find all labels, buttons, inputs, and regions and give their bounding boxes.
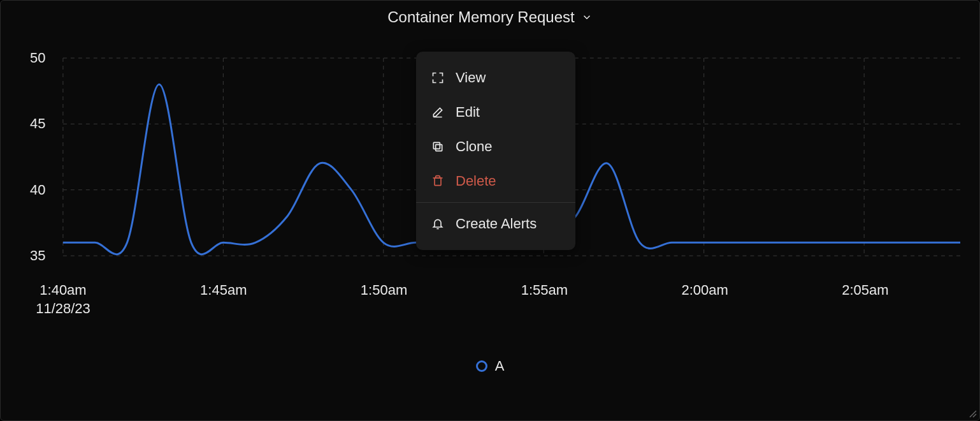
- y-tick-label: 50: [30, 50, 45, 66]
- x-tick-date: 11/28/23: [36, 300, 90, 318]
- svg-rect-12: [433, 142, 440, 149]
- trash-icon: [431, 175, 444, 188]
- x-tick-label: 2:00am: [681, 281, 728, 300]
- panel-context-menu: View Edit Clone Delete Create Alerts: [416, 52, 575, 250]
- svg-line-15: [970, 411, 976, 417]
- y-tick-label: 45: [30, 115, 45, 132]
- x-tick-label: 1:50am: [361, 281, 407, 300]
- expand-icon: [431, 71, 444, 84]
- legend: A: [1, 358, 979, 374]
- svg-line-16: [973, 414, 976, 417]
- chart-panel: Container Memory Request 35404550 1:40am…: [0, 0, 980, 421]
- menu-separator: [416, 202, 575, 203]
- menu-item-label: Edit: [456, 104, 480, 121]
- menu-item-label: Delete: [456, 173, 496, 189]
- x-tick-label: 1:45am: [200, 281, 247, 300]
- menu-item-create-alerts[interactable]: Create Alerts: [416, 207, 575, 241]
- resize-handle-icon[interactable]: [968, 409, 977, 418]
- legend-swatch-a: [476, 360, 487, 372]
- menu-item-delete[interactable]: Delete: [416, 164, 575, 198]
- svg-rect-13: [435, 178, 441, 186]
- y-tick-label: 35: [30, 247, 45, 264]
- bell-icon: [431, 218, 444, 230]
- menu-item-label: View: [456, 70, 486, 86]
- panel-title: Container Memory Request: [387, 8, 574, 26]
- menu-item-view[interactable]: View: [416, 61, 575, 95]
- panel-title-bar[interactable]: Container Memory Request: [1, 1, 979, 30]
- x-tick-label: 2:05am: [842, 281, 888, 300]
- svg-rect-11: [436, 145, 442, 151]
- legend-label-a: A: [495, 358, 505, 374]
- y-tick-label: 40: [30, 182, 45, 198]
- copy-icon: [431, 140, 444, 153]
- menu-item-label: Clone: [456, 138, 492, 155]
- x-axis-labels: 1:40am11/28/231:45am1:50am1:55am2:00am2:…: [13, 281, 967, 326]
- menu-item-label: Create Alerts: [456, 216, 537, 232]
- menu-item-edit[interactable]: Edit: [416, 95, 575, 129]
- chevron-down-icon: [581, 11, 593, 23]
- x-tick-label: 1:55am: [521, 281, 568, 300]
- pencil-icon: [431, 106, 444, 119]
- x-tick-label: 1:40am11/28/23: [36, 281, 90, 318]
- menu-item-clone[interactable]: Clone: [416, 129, 575, 164]
